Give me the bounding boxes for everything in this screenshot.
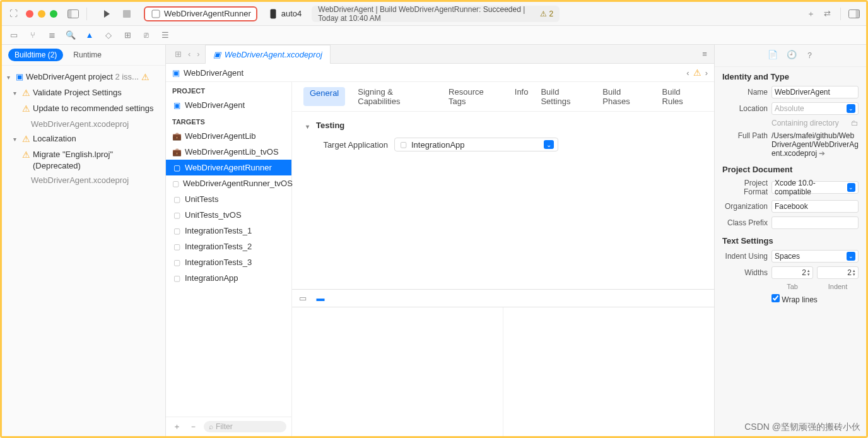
chevron-down-icon[interactable]: ▾ [13,87,20,98]
status-warning[interactable]: ⚠︎ 2 [540,9,553,18]
left-panel-toggle-icon[interactable] [67,8,79,20]
target-filter[interactable]: ⌕ Filter [204,421,286,432]
svg-rect-1 [68,9,72,18]
zoom-icon[interactable] [50,10,57,18]
org-field[interactable]: Facebook [771,200,859,213]
tab-general[interactable]: General [303,87,345,106]
test-navigator-icon[interactable]: ◇ [103,30,114,41]
buildtime-tab[interactable]: Buildtime (2) [8,49,63,61]
section-testing[interactable]: ▾ Testing [306,121,700,130]
chevron-down-icon[interactable]: ▾ [7,71,13,82]
chevron-updown-icon: ⌄ [847,104,855,113]
right-panel-toggle-icon[interactable] [848,8,860,20]
forward-icon[interactable]: › [705,68,708,78]
editor-options-icon[interactable]: ≡ [699,49,710,60]
target-item[interactable]: ▢UnitTests [166,191,291,207]
svg-rect-2 [123,10,131,18]
tab-signing[interactable]: Signing & Capabilities [358,87,436,106]
targets-header: TARGETS [166,113,291,128]
debug-navigator-icon[interactable]: ⊞ [122,30,133,41]
file-inspector-icon[interactable]: 📄 [768,50,778,61]
forward-icon[interactable]: › [197,49,199,59]
remove-target-icon[interactable]: － [187,421,199,432]
library-icon[interactable]: ⇄ [821,8,833,20]
target-item[interactable]: ▢IntegrationTests_3 [166,254,291,270]
target-app-label: Target Application [306,140,388,150]
tab-build-settings[interactable]: Build Settings [541,87,590,106]
folder-icon[interactable]: 🗀 [851,119,859,127]
wrap-lines-checkbox[interactable] [771,294,780,302]
target-item[interactable]: 💼WebDriverAgentLib [166,128,291,144]
tab-resource-tags[interactable]: Resource Tags [449,87,502,106]
stop-icon[interactable] [121,8,132,20]
symbol-navigator-icon[interactable]: ≣ [46,30,57,41]
target-icon: ▢ [172,258,181,267]
breakpoint-navigator-icon[interactable]: ⎚ [141,30,152,41]
back-icon[interactable]: ‹ [686,68,689,78]
tab-build-phases[interactable]: Build Phases [602,87,649,106]
scheme-target-icon [150,8,161,20]
format-select[interactable]: Xcode 10.0-compatible⌄ [771,181,859,194]
tab-build-rules[interactable]: Build Rules [662,87,703,106]
tree-issue-path[interactable]: WebDriverAgent.xcodeproj [4,117,163,132]
source-control-icon[interactable]: ⑂ [27,30,38,41]
tab-width-field[interactable]: 2▴▾ [771,266,813,279]
chevron-down-icon[interactable]: ▾ [306,121,312,130]
target-item[interactable]: ▢IntegrationTests_1 [166,223,291,239]
window-controls[interactable] [26,10,57,18]
stepper-icon[interactable]: ▴▾ [853,269,855,276]
scheme-selector[interactable]: WebDriverAgentRunner [144,6,257,21]
status-bar[interactable]: WebDriverAgent | Build WebDriverAgentRun… [312,6,560,22]
minimize-icon[interactable] [38,10,45,18]
target-item[interactable]: ▢WebDriverAgentRunner_tvOS [166,175,291,191]
tree-root[interactable]: ▾ ▣ WebDriverAgent project 2 iss... ⚠︎ [4,69,163,85]
svg-rect-4 [270,9,276,18]
project-navigator-icon[interactable]: ▭ [8,30,20,41]
debug-toggle-icon[interactable]: ▭ [297,293,308,304]
prefix-field[interactable] [771,216,859,229]
tree-issue[interactable]: ⚠︎ Update to recommended settings [4,101,163,117]
breadcrumb[interactable]: ▣ WebDriverAgent [172,68,243,78]
target-item[interactable]: ▢IntegrationApp [166,270,291,286]
related-items-icon[interactable]: ⊞ [175,49,182,59]
tree-group[interactable]: ▾ ⚠︎ Localization [4,131,163,147]
expand-icon[interactable]: ⛶ [8,9,18,19]
breakpoint-toggle-icon[interactable]: ▬ [315,293,326,304]
stepper-icon[interactable]: ▴▾ [807,269,810,276]
tree-issue[interactable]: ⚠︎ Migrate "English.lproj" (Deprecated) [4,147,163,173]
warning-icon: ⚠︎ [22,87,30,99]
location-select[interactable]: Absolute⌄ [771,102,859,115]
debug-bar: ▭ ▬ [292,289,714,307]
reveal-icon[interactable]: ➔ [819,149,825,158]
document-tab[interactable]: ▣ WebDriverAgent.xcodeproj [205,45,331,64]
issue-navigator-icon[interactable]: ▲ [84,30,95,41]
chevron-updown-icon: ⌄ [847,183,855,192]
name-field[interactable]: WebDriverAgent [771,86,859,98]
tree-issue-path[interactable]: WebDriverAgent.xcodeproj [4,173,163,188]
target-list: PROJECT ▣ WebDriverAgent TARGETS 💼WebDri… [166,82,292,436]
project-item[interactable]: ▣ WebDriverAgent [166,97,291,113]
close-icon[interactable] [26,10,33,18]
add-target-icon[interactable]: ＋ [171,421,182,432]
help-inspector-icon[interactable]: ？ [806,50,814,61]
back-icon[interactable]: ‹ [188,49,191,59]
chevron-down-icon[interactable]: ▾ [13,133,20,144]
target-item[interactable]: ▢UnitTests_tvOS [166,207,291,223]
add-icon[interactable]: ＋ [805,8,816,20]
device-selector[interactable]: auto4 [262,7,307,21]
indent-select[interactable]: Spaces⌄ [771,250,859,263]
find-navigator-icon[interactable]: 🔍 [65,30,76,41]
tab-info[interactable]: Info [515,87,529,106]
project-icon: ▣ [213,50,221,59]
target-item-selected[interactable]: ▢WebDriverAgentRunner [166,160,291,175]
runtime-tab[interactable]: Runtime [67,49,108,61]
history-inspector-icon[interactable]: 🕘 [787,50,797,61]
navigator-selector: ▭ ⑂ ≣ 🔍 ▲ ◇ ⊞ ⎚ ☰ [2,26,866,45]
target-app-select[interactable]: ▢ IntegrationApp ⌄ [394,138,558,151]
tree-group[interactable]: ▾ ⚠︎ Validate Project Settings [4,85,163,101]
target-item[interactable]: 💼WebDriverAgentLib_tvOS [166,144,291,160]
play-icon[interactable] [101,8,112,20]
report-navigator-icon[interactable]: ☰ [160,30,171,41]
indent-width-field[interactable]: 2▴▾ [817,266,859,279]
target-item[interactable]: ▢IntegrationTests_2 [166,239,291,254]
